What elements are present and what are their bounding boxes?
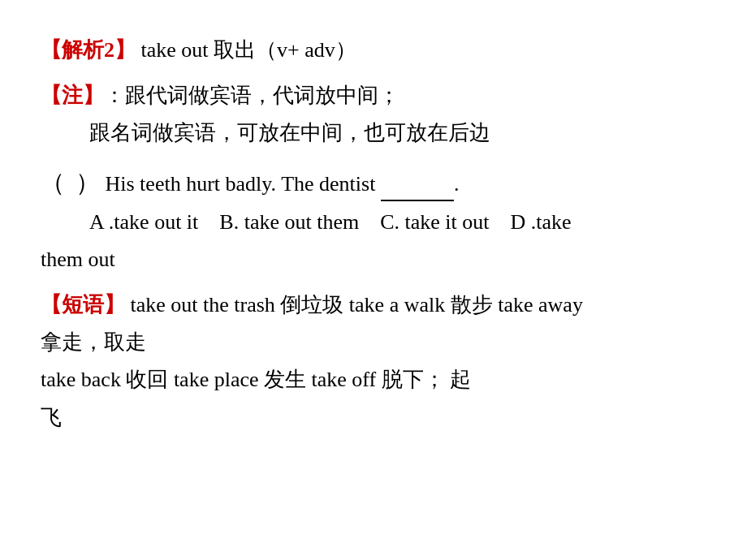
bracket-open-1: 【 bbox=[41, 38, 62, 62]
paren-right: ） bbox=[76, 169, 100, 196]
heading-line: 【解析2】 take out 取出（v+ adv） bbox=[41, 32, 706, 68]
phrases-bracket-close: 】 bbox=[104, 293, 125, 317]
bracket-close-1: 】 bbox=[114, 38, 136, 62]
note-bracket-open: 【 bbox=[41, 84, 62, 107]
option-b: B. take out them bbox=[219, 210, 359, 234]
options-line: A .take out it B. take out them C. take … bbox=[41, 205, 706, 240]
options-line-cont: them out bbox=[41, 242, 706, 278]
heading-text: take out 取出（v+ adv） bbox=[136, 38, 356, 62]
note-label: 注 bbox=[62, 84, 83, 107]
heading-label: 解析2 bbox=[62, 38, 114, 62]
option-d: D .take bbox=[511, 210, 572, 234]
note-bracket-close: 】 bbox=[83, 84, 104, 107]
option-d-cont: them out bbox=[41, 248, 115, 271]
option-a: A .take out it bbox=[89, 210, 198, 234]
phrases-text4: 飞 bbox=[41, 406, 62, 429]
note-line1: 【注】：跟代词做宾语，代词放中间； bbox=[41, 78, 706, 114]
option-c: C. take it out bbox=[380, 210, 489, 234]
answer-blank bbox=[381, 200, 454, 201]
phrases-text1: take out the trash 倒垃圾 take a walk 散步 ta… bbox=[125, 293, 583, 317]
phrases-line3: take back 收回 take place 发生 take off 脱下； … bbox=[41, 362, 706, 398]
phrases-line2: 拿走，取走 bbox=[41, 325, 706, 360]
note-text1: ：跟代词做宾语，代词放中间； bbox=[104, 84, 399, 107]
paren-left: （ bbox=[41, 169, 65, 196]
question-text: His teeth hurt badly. The dentist bbox=[100, 172, 375, 196]
phrases-label: 短语 bbox=[62, 293, 104, 317]
note-text2: 跟名词做宾语，可放在中间，也可放在后边 bbox=[89, 121, 490, 144]
phrases-text2: 拿走，取走 bbox=[41, 330, 146, 354]
phrases-line1: 【短语】 take out the trash 倒垃圾 take a walk … bbox=[41, 287, 706, 323]
phrases-text3: take back 收回 take place 发生 take off 脱下； … bbox=[41, 368, 471, 391]
main-page: 【解析2】 take out 取出（v+ adv） 【注】：跟代词做宾语，代词放… bbox=[0, 0, 747, 560]
question-line: （ ） His teeth hurt badly. The dentist . bbox=[41, 162, 706, 203]
phrases-bracket-open: 【 bbox=[41, 293, 62, 317]
phrases-line4: 飞 bbox=[41, 400, 706, 436]
note-line2: 跟名词做宾语，可放在中间，也可放在后边 bbox=[41, 115, 706, 151]
question-period: . bbox=[454, 172, 460, 196]
